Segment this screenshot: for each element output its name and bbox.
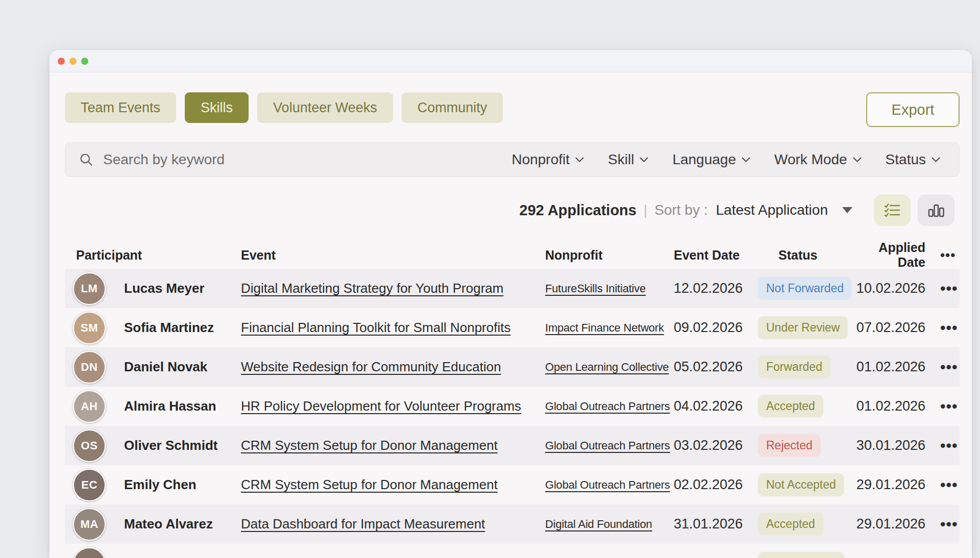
- event-link[interactable]: Data Dashboard for Impact Measurement: [241, 516, 485, 531]
- separator: |: [644, 202, 647, 218]
- table-header-row: Participant Event Nonprofit Event Date S…: [65, 240, 960, 269]
- table-row: KH Karim Habib IT Security Review for No…: [65, 544, 960, 558]
- header-more-menu-icon[interactable]: •••: [940, 248, 955, 262]
- avatar: EC: [73, 469, 106, 501]
- avatar: KH: [73, 547, 106, 558]
- list-view-toggle[interactable]: [874, 194, 911, 226]
- applications-count: 292 Applications: [520, 202, 636, 219]
- filter-dropdown-status[interactable]: Status: [886, 151, 941, 168]
- row-more-menu-icon[interactable]: •••: [940, 517, 958, 532]
- applied-date: 07.02.2026: [854, 320, 940, 336]
- row-more-menu-icon[interactable]: •••: [940, 477, 958, 493]
- applied-date: 01.02.2026: [854, 359, 940, 375]
- list-icon: [883, 202, 901, 218]
- minimize-window-button[interactable]: [69, 58, 77, 65]
- table-row: OS Oliver Schmidt CRM System Setup for D…: [65, 426, 960, 465]
- participant-name: Almira Hassan: [124, 398, 216, 414]
- event-link[interactable]: Website Redesign for Community Education: [241, 359, 501, 374]
- avatar: DN: [73, 351, 106, 384]
- tab-team-events[interactable]: Team Events: [65, 92, 176, 123]
- column-header-participant: Participant: [65, 248, 241, 263]
- nonprofit-link[interactable]: Global Outreach Partners: [545, 439, 670, 452]
- view-toggle-group: [874, 194, 954, 226]
- table-body: LM Lucas Meyer Digital Marketing Strateg…: [65, 269, 960, 558]
- filter-label: Nonprofit: [511, 151, 570, 168]
- nonprofit-link[interactable]: Global Outreach Partners: [545, 400, 670, 413]
- participant-name: Lucas Meyer: [124, 281, 205, 296]
- row-more-menu-icon[interactable]: •••: [940, 438, 958, 453]
- event-link[interactable]: Digital Marketing Strategy for Youth Pro…: [241, 281, 503, 296]
- tab-bar: Team EventsSkillsVolunteer WeeksCommunit…: [65, 92, 503, 123]
- row-more-menu-icon[interactable]: •••: [940, 320, 958, 336]
- event-date: 05.02.2026: [674, 359, 758, 375]
- row-more-menu-icon[interactable]: •••: [940, 281, 958, 296]
- applied-date: 01.02.2026: [854, 398, 940, 414]
- filter-label: Skill: [608, 151, 634, 168]
- window-titlebar: [50, 50, 972, 72]
- event-link[interactable]: IT Security Review for Nonprofit Systems: [241, 555, 482, 558]
- participant-name: Sofia Martinez: [124, 320, 214, 336]
- participant-name: Daniel Novak: [124, 359, 207, 375]
- status-badge: Accepted: [758, 395, 823, 418]
- chart-view-toggle[interactable]: [918, 194, 954, 226]
- chevron-down-icon: [931, 157, 941, 163]
- event-link[interactable]: HR Policy Development for Volunteer Prog…: [241, 398, 521, 414]
- applied-date: 29.01.2026: [854, 477, 940, 493]
- chevron-down-icon: [852, 157, 862, 163]
- tab-volunteer-weeks[interactable]: Volunteer Weeks: [257, 92, 393, 123]
- participant-name: Karim Habib: [124, 555, 202, 558]
- tab-community[interactable]: Community: [402, 92, 503, 123]
- status-badge: Not Accepted: [758, 473, 844, 496]
- nonprofit-link[interactable]: Impact Finance Network: [545, 321, 664, 334]
- sort-by-label: Sort by :: [654, 202, 707, 218]
- avatar: OS: [73, 429, 106, 462]
- filter-dropdown-work-mode[interactable]: Work Mode: [774, 151, 862, 168]
- avatar: MA: [73, 508, 106, 541]
- applied-date: 30.01.2026: [854, 438, 940, 453]
- column-header-applied-date: Applied Date: [854, 240, 940, 270]
- search-icon: [79, 152, 94, 167]
- close-window-button[interactable]: [58, 58, 65, 65]
- sort-value[interactable]: Latest Application: [716, 202, 828, 218]
- applied-date: 27.01.2026: [854, 555, 940, 558]
- participant-name: Emily Chen: [124, 477, 197, 493]
- applied-date: 29.01.2026: [854, 516, 940, 532]
- column-header-event: Event: [241, 248, 545, 263]
- event-date: 31.01.2026: [674, 516, 758, 532]
- filter-dropdown-nonprofit[interactable]: Nonprofit: [511, 151, 584, 168]
- search-input[interactable]: [103, 151, 511, 168]
- tab-skills[interactable]: Skills: [185, 92, 249, 123]
- summary-sort-row: 292 Applications | Sort by : Latest Appl…: [520, 194, 954, 226]
- status-badge: Under Review: [758, 316, 848, 339]
- search-filter-bar: Nonprofit Skill Language Work Mode Statu: [65, 142, 960, 177]
- nonprofit-link[interactable]: Open Learning Collective: [545, 361, 669, 373]
- row-more-menu-icon[interactable]: •••: [940, 556, 958, 558]
- column-header-status: Status: [758, 248, 854, 263]
- filter-dropdown-skill[interactable]: Skill: [608, 151, 649, 168]
- nonprofit-link[interactable]: Digital Aid Foundation: [545, 518, 652, 530]
- filter-dropdown-language[interactable]: Language: [672, 151, 751, 168]
- export-button[interactable]: Export: [866, 92, 960, 127]
- table-row: EC Emily Chen CRM System Setup for Donor…: [65, 465, 960, 504]
- event-date: 09.02.2026: [674, 320, 758, 336]
- maximize-window-button[interactable]: [81, 58, 88, 65]
- event-date: 02.02.2026: [674, 477, 758, 493]
- filter-label: Work Mode: [774, 151, 847, 168]
- nonprofit-link[interactable]: FutureSkills Initiative: [545, 282, 646, 295]
- event-link[interactable]: Financial Planning Toolkit for Small Non…: [241, 320, 510, 335]
- row-more-menu-icon[interactable]: •••: [940, 360, 958, 375]
- table-row: DN Daniel Novak Website Redesign for Com…: [65, 347, 960, 387]
- event-date: 03.02.2026: [674, 438, 758, 453]
- sort-dropdown-caret-icon[interactable]: [842, 207, 852, 213]
- table-row: MA Mateo Alvarez Data Dashboard for Impa…: [65, 504, 960, 544]
- row-more-menu-icon[interactable]: •••: [940, 399, 958, 414]
- app-window: Team EventsSkillsVolunteer WeeksCommunit…: [50, 50, 972, 558]
- chevron-down-icon: [741, 157, 751, 163]
- avatar: SM: [73, 312, 106, 344]
- table-row: SM Sofia Martinez Financial Planning Too…: [65, 308, 960, 347]
- event-link[interactable]: CRM System Setup for Donor Management: [241, 477, 498, 492]
- event-link[interactable]: CRM System Setup for Donor Management: [241, 438, 498, 453]
- event-date: 04.02.2026: [674, 398, 758, 414]
- status-badge: Rejected: [758, 434, 821, 457]
- nonprofit-link[interactable]: Global Outreach Partners: [545, 478, 670, 491]
